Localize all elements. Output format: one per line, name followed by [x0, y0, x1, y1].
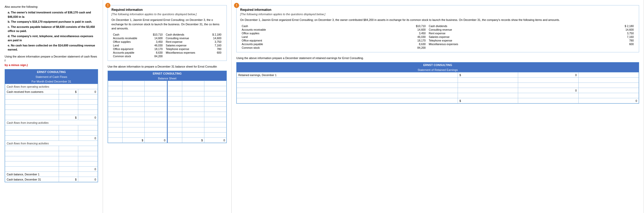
p3-left-value-2: 3,450 — [367, 31, 427, 35]
left-value-1: 14,600 — [147, 36, 164, 40]
exclamation-icon: ! — [105, 3, 110, 8]
exclamation-icon-3: ! — [234, 3, 239, 8]
bs-left-row9 — [108, 122, 167, 127]
p3-right-label-0: Cash dividends — [427, 24, 579, 28]
required-title-2: Required information — [111, 8, 223, 12]
p3-left-label-1: Accounts receivable — [240, 28, 367, 31]
operating-blank1 — [5, 94, 98, 100]
required-info-box-3: ! Required information [The following in… — [236, 5, 639, 52]
right-value-2: 3,750 — [207, 40, 223, 44]
bs-right-row6 — [168, 107, 227, 112]
p3-left-label-3: Land — [240, 35, 367, 39]
bs-right-blank — [168, 133, 227, 138]
operating-blank2 — [5, 100, 98, 105]
assume-item-b: b. The company's $18,170 equipment purch… — [8, 20, 98, 24]
re-row-4: 0 — [237, 88, 639, 93]
left-label-0: Cash — [111, 33, 147, 36]
item-text-e: No cash has been collected on the $14,60… — [8, 44, 95, 51]
cash-balance-1-label: Cash balance, December 1 — [5, 172, 59, 177]
right-label-5: Miscellaneous expenses — [164, 51, 207, 54]
assume-item-c: c. The accounts payable balance of $8,63… — [8, 25, 98, 33]
p3-right-label-2: Rent expense — [427, 31, 579, 35]
required-italic-3: [The following information applies to th… — [240, 13, 635, 16]
bs-left-row8 — [108, 117, 167, 122]
financing-label: Cash flows from financing activities — [5, 141, 98, 146]
re-dollar-2: $ — [458, 98, 518, 103]
bs-right-row9 — [168, 122, 227, 127]
p3-left-value-6: 84,200 — [367, 46, 427, 50]
bs-left-row10 — [108, 127, 167, 133]
p3-left-label-6: Common stock — [240, 46, 367, 50]
assume-item-d: d. The company's rent, telephone, and mi… — [8, 34, 98, 43]
customers-dollar: $ — [59, 89, 78, 94]
cash-balance-31-label: Cash balance, December 31 — [5, 177, 59, 182]
re-row-6: $ 0 — [237, 98, 639, 103]
re-row-2 — [237, 78, 639, 83]
balance-sheet-table-wrapper: ERNST CONSULTING Balance Sheet — [108, 71, 227, 143]
investing-blank1 — [5, 125, 98, 130]
p3-right-label-1: Consulting revenue — [427, 28, 579, 31]
p3-left-value-5: 8,630 — [367, 42, 427, 46]
bs-right-row7 — [168, 112, 227, 117]
p3-data-row-2: Accounts receivable 14,600 Consulting re… — [240, 28, 635, 31]
item-text-b: The company's $18,170 equipment purchase… — [11, 20, 92, 23]
left-label-1: Accounts receivable — [111, 36, 147, 40]
required-body-2: On December 1, Jasmin Ernst organized Er… — [111, 18, 223, 31]
right-label-0: Cash dividends — [164, 33, 207, 36]
customers-input[interactable] — [80, 90, 96, 93]
p3-data-row-4: Land 46,030 Salaries expense 7,160 — [240, 35, 635, 39]
p3-left-value-4: 18,170 — [367, 39, 427, 42]
bs-left-table: $ 0 — [108, 81, 167, 143]
p3-left-label-5: Accounts payable — [240, 42, 367, 46]
p3-right-value-0: $ 2,180 — [579, 24, 635, 28]
p3-data-row-5: Office equipment 18,170 Telephone expens… — [240, 39, 635, 42]
item-text-a: The owner's initial investment consists … — [8, 11, 91, 18]
period: For Month Ended December 31 — [5, 79, 98, 84]
right-label-4: Telephone expense — [164, 47, 207, 51]
left-value-5: 8,630 — [147, 51, 164, 54]
assume-items: a. The owner's initial investment consis… — [5, 10, 98, 52]
p3-right-value-3: 7,160 — [579, 35, 635, 39]
p3-left-label-2: Office supplies — [240, 31, 367, 35]
bs-columns: $ 0 — [108, 81, 227, 143]
investing-blank2 — [5, 130, 98, 136]
p3-right-value-4: 780 — [579, 39, 635, 42]
data-row-1: Cash $10,710 Cash dividends $ 2,180 — [111, 33, 223, 36]
left-value-4: 18,170 — [147, 47, 164, 51]
statement-title: Statement of Cash Flows — [5, 75, 98, 79]
right-label-3: Salaries expense — [164, 44, 207, 47]
cash-balance-31-dollar: $ — [59, 177, 78, 182]
p3-right-value-1: 14,600 — [579, 28, 635, 31]
re-row-5 — [237, 93, 639, 98]
operating-total-dollar: $ — [59, 115, 78, 120]
cash-balance-31-row: Cash balance, December 31 $ 0 — [5, 177, 98, 182]
use-text-3: Using the above information prepare a De… — [236, 56, 639, 60]
operating-total-row: $ 0 — [5, 115, 98, 120]
bs-title: Balance Sheet — [108, 76, 227, 81]
re-dollar-1: $ — [458, 72, 518, 78]
operating-activities-row: Cash flows from operating activities — [5, 84, 98, 89]
bs-left-row5 — [108, 102, 167, 107]
cash-flows-data-table: Cash flows from operating activities Cas… — [5, 84, 98, 182]
bs-right-row2 — [168, 86, 227, 91]
right-value-5: 600 — [207, 51, 223, 54]
item-label-b: b. — [8, 20, 10, 23]
bs-left-row6 — [108, 107, 167, 112]
data-row-3: Office supplies 3,450 Rent expense 3,750 — [111, 40, 223, 44]
bs-left-row3 — [108, 91, 167, 96]
item-label-c: c. — [8, 25, 10, 28]
item-label-d: d. — [8, 35, 10, 38]
left-label-3: Land — [111, 44, 147, 47]
bs-left-row4 — [108, 96, 167, 102]
left-label-6: Common stock — [111, 54, 147, 58]
bs-left-row1 — [108, 81, 167, 86]
bs-right-row5 — [168, 102, 227, 107]
financing-blank4 — [5, 161, 98, 167]
retained-earnings-table-wrapper: ERNST CONSULTING Statement of Retained E… — [236, 62, 639, 104]
bs-right-row3 — [168, 91, 227, 96]
re-row-1: Retained earnings, December 1 $ 0 — [237, 72, 639, 78]
p3-data-row-6: Accounts payable 8,630 Miscellaneous exp… — [240, 42, 635, 46]
panel-retained-earnings: ! Required information [The following in… — [232, 0, 644, 213]
customers-value[interactable] — [78, 89, 98, 94]
p3-left-label-0: Cash — [240, 24, 367, 28]
